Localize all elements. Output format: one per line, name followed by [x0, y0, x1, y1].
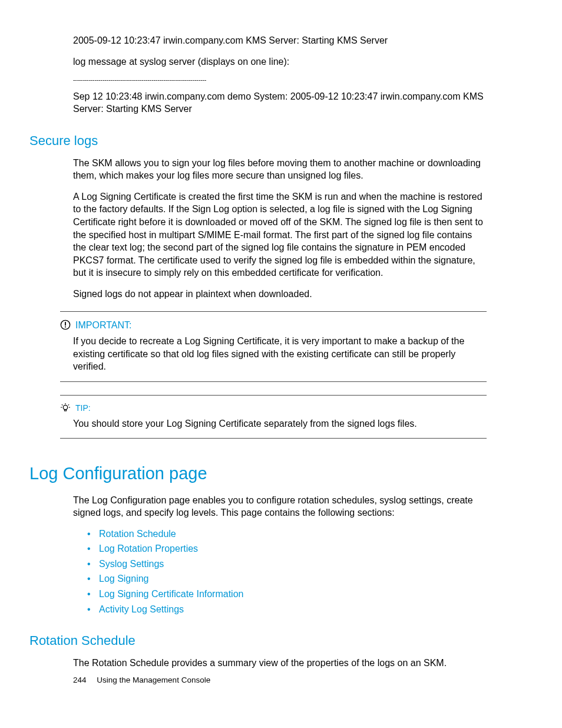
- tip-body: You should store your Log Signing Certif…: [73, 417, 487, 430]
- important-body: If you decide to recreate a Log Signing …: [73, 335, 487, 373]
- rotation-body: The Rotation Schedule provides a summary…: [73, 657, 487, 670]
- list-item: Log Signing: [86, 572, 487, 585]
- link-log-signing-cert[interactable]: Log Signing Certificate Information: [99, 589, 243, 599]
- page: 2005-09-12 10:23:47 irwin.company.com KM…: [0, 0, 562, 728]
- separator-line: ----------------------------------------…: [73, 76, 487, 84]
- svg-rect-4: [64, 410, 66, 411]
- tip-icon: [60, 403, 71, 413]
- svg-point-3: [63, 406, 68, 410]
- link-log-signing[interactable]: Log Signing: [99, 574, 149, 584]
- important-label: IMPORTANT:: [75, 319, 131, 332]
- important-box: IMPORTANT: If you decide to recreate a L…: [60, 311, 487, 382]
- important-icon: [60, 319, 71, 330]
- log-config-intro: The Log Configuration page enables you t…: [73, 494, 487, 519]
- footer-title: Using the Management Console: [97, 676, 210, 684]
- top-log-block: 2005-09-12 10:23:47 irwin.company.com KM…: [73, 34, 487, 116]
- tip-box: TIP: You should store your Log Signing C…: [60, 395, 487, 439]
- link-syslog-settings[interactable]: Syslog Settings: [99, 559, 164, 569]
- heading-secure-logs: Secure logs: [29, 132, 487, 150]
- link-rotation-schedule[interactable]: Rotation Schedule: [99, 529, 176, 539]
- heading-log-config: Log Configuration page: [29, 462, 487, 485]
- secure-logs-p1: The SKM allows you to sign your log file…: [73, 157, 487, 182]
- list-item: Log Rotation Properties: [86, 542, 487, 555]
- log-line-3: Sep 12 10:23:48 irwin.company.com demo S…: [73, 90, 487, 116]
- svg-rect-2: [65, 327, 66, 328]
- page-number: 244: [73, 676, 87, 684]
- heading-rotation-schedule: Rotation Schedule: [29, 632, 487, 650]
- log-line-2: log message at syslog server (displays o…: [73, 55, 487, 68]
- secure-logs-p2: A Log Signing Certificate is created the…: [73, 190, 487, 279]
- svg-line-6: [62, 405, 62, 406]
- list-item: Log Signing Certificate Information: [86, 588, 487, 601]
- list-item: Activity Log Settings: [86, 603, 487, 616]
- link-log-rotation-properties[interactable]: Log Rotation Properties: [99, 543, 198, 554]
- link-activity-log-settings[interactable]: Activity Log Settings: [99, 604, 184, 614]
- tip-head: TIP:: [60, 403, 487, 414]
- tip-label: TIP:: [75, 403, 91, 414]
- svg-line-7: [68, 405, 69, 406]
- page-footer: 244 Using the Management Console: [73, 675, 210, 686]
- important-head: IMPORTANT:: [60, 319, 487, 332]
- list-item: Syslog Settings: [86, 558, 487, 571]
- log-config-links: Rotation Schedule Log Rotation Propertie…: [86, 528, 487, 616]
- svg-rect-1: [65, 322, 66, 325]
- list-item: Rotation Schedule: [86, 528, 487, 541]
- log-line-1: 2005-09-12 10:23:47 irwin.company.com KM…: [73, 34, 487, 47]
- secure-logs-p3: Signed logs do not appear in plaintext w…: [73, 288, 487, 301]
